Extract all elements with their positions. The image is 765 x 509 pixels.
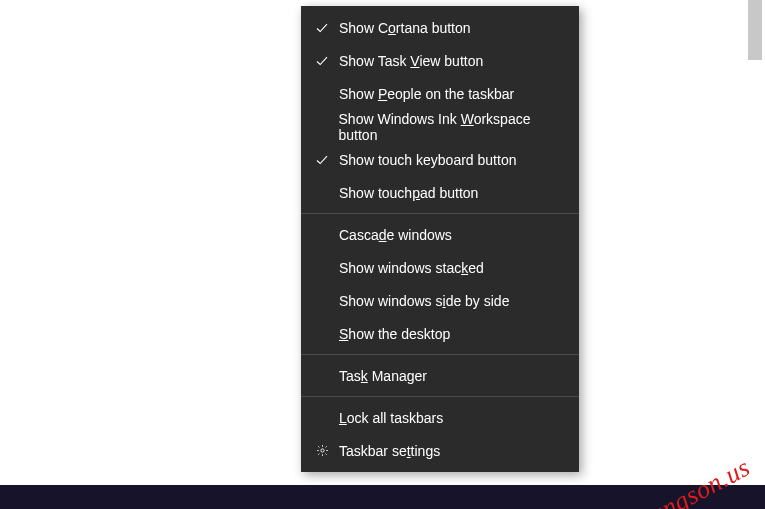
svg-point-0 xyxy=(320,449,323,452)
taskbar-strip xyxy=(0,485,765,509)
menu-item-show-task-view[interactable]: Show Task View button xyxy=(301,44,579,77)
menu-label: Show windows side by side xyxy=(339,293,509,309)
menu-label: Show the desktop xyxy=(339,326,450,342)
menu-item-show-cortana[interactable]: Show Cortana button xyxy=(301,11,579,44)
menu-item-lock-taskbars[interactable]: Lock all taskbars xyxy=(301,401,579,434)
menu-label: Cascade windows xyxy=(339,227,452,243)
menu-label: Show Task View button xyxy=(339,53,483,69)
menu-item-cascade-windows[interactable]: Cascade windows xyxy=(301,218,579,251)
menu-item-show-touchpad[interactable]: Show touchpad button xyxy=(301,176,579,209)
menu-item-show-touch-keyboard[interactable]: Show touch keyboard button xyxy=(301,143,579,176)
check-icon xyxy=(313,55,331,67)
check-icon xyxy=(313,22,331,34)
menu-separator xyxy=(301,213,579,214)
menu-label: Show Cortana button xyxy=(339,20,471,36)
menu-item-windows-stacked[interactable]: Show windows stacked xyxy=(301,251,579,284)
menu-label: Show touch keyboard button xyxy=(339,152,516,168)
menu-item-windows-side-by-side[interactable]: Show windows side by side xyxy=(301,284,579,317)
taskbar-context-menu: Show Cortana button Show Task View butto… xyxy=(301,6,579,472)
menu-label: Task Manager xyxy=(339,368,427,384)
menu-item-show-desktop[interactable]: Show the desktop xyxy=(301,317,579,350)
menu-label: Lock all taskbars xyxy=(339,410,443,426)
menu-label: Taskbar settings xyxy=(339,443,440,459)
menu-label: Show windows stacked xyxy=(339,260,484,276)
menu-separator xyxy=(301,354,579,355)
menu-item-show-ink[interactable]: Show Windows Ink Workspace button xyxy=(301,110,579,143)
menu-item-show-people[interactable]: Show People on the taskbar xyxy=(301,77,579,110)
menu-separator xyxy=(301,396,579,397)
menu-label: Show People on the taskbar xyxy=(339,86,514,102)
menu-item-taskbar-settings[interactable]: Taskbar settings xyxy=(301,434,579,467)
menu-label: Show Windows Ink Workspace button xyxy=(339,111,567,143)
gear-icon xyxy=(313,444,331,457)
menu-item-task-manager[interactable]: Task Manager xyxy=(301,359,579,392)
menu-label: Show touchpad button xyxy=(339,185,478,201)
check-icon xyxy=(313,154,331,166)
scrollbar-thumb[interactable] xyxy=(748,0,762,60)
